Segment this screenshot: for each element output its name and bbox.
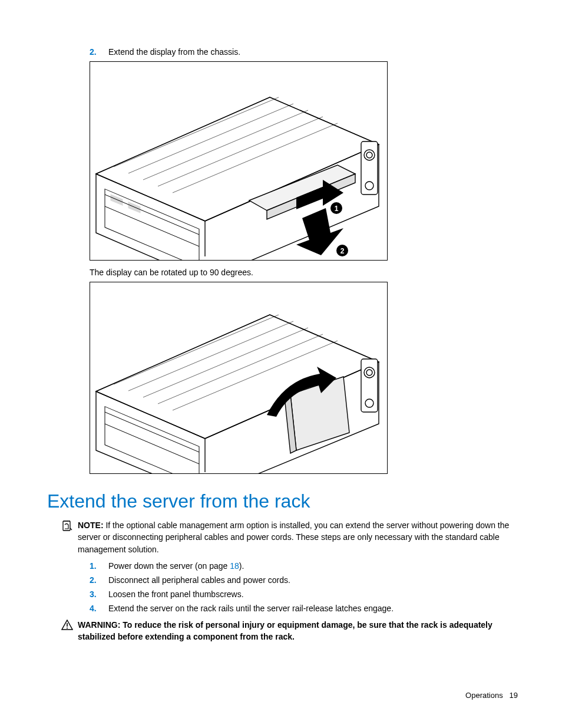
warning-label: WARNING:: [78, 620, 120, 630]
step-number: 3.: [90, 589, 108, 599]
note-body: NOTE: If the optional cable management a…: [78, 519, 518, 555]
step-text: Disconnect all peripheral cables and pow…: [108, 575, 518, 585]
step-number: 4.: [90, 604, 108, 613]
svg-point-12: [366, 152, 372, 158]
svg-point-38: [365, 399, 373, 407]
warning-block: WARNING: To reduce the risk of personal …: [61, 619, 518, 643]
step-text: Power down the server (on page 18).: [108, 561, 518, 571]
figure-caption: The display can be rotated up to 90 degr…: [90, 268, 518, 277]
step-number: 2.: [90, 47, 108, 57]
step-number: 2.: [90, 575, 108, 585]
step-text: Extend the server on the rack rails unti…: [108, 604, 518, 613]
step-item: 1. Power down the server (on page 18).: [90, 561, 518, 571]
callout-1: 1: [330, 202, 342, 214]
note-icon: [61, 519, 78, 555]
step-item: 4. Extend the server on the rack rails u…: [90, 604, 518, 613]
svg-point-49: [67, 627, 68, 628]
figure-rotate-display: [90, 282, 388, 474]
callout-2: 2: [336, 245, 348, 256]
footer-page-number: 19: [510, 691, 518, 700]
note-text: If the optional cable management arm opt…: [78, 521, 509, 554]
step-text: Extend the display from the chassis.: [108, 47, 518, 57]
section-heading: Extend the server from the rack: [47, 490, 518, 512]
page-reference-link[interactable]: 18: [230, 561, 239, 571]
svg-text:1: 1: [335, 205, 339, 213]
step-item: 2. Extend the display from the chassis.: [90, 47, 518, 57]
footer-section: Operations: [465, 691, 503, 700]
page-footer: Operations 19: [465, 691, 518, 700]
step-item: 3. Loosen the front panel thumbscrews.: [90, 589, 518, 599]
warning-icon: [61, 619, 78, 643]
svg-point-13: [365, 182, 373, 190]
svg-point-37: [366, 370, 372, 375]
warning-body: WARNING: To reduce the risk of personal …: [78, 619, 518, 643]
svg-text:2: 2: [340, 247, 345, 255]
note-label: NOTE:: [78, 521, 104, 530]
step-text: Loosen the front panel thumbscrews.: [108, 589, 518, 599]
warning-text: To reduce the risk of personal injury or…: [78, 620, 492, 641]
figure-extend-display: 1 2: [90, 61, 388, 261]
step-item: 2. Disconnect all peripheral cables and …: [90, 575, 518, 585]
note-block: NOTE: If the optional cable management a…: [61, 519, 518, 555]
step-number: 1.: [90, 561, 108, 571]
